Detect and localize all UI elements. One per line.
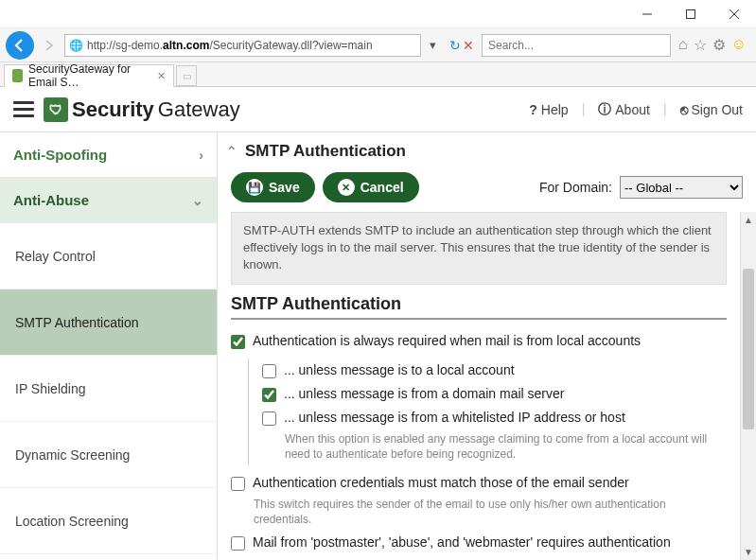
checkbox-auth-required[interactable] [231,335,245,349]
sidebar-item-label: IP Shielding [15,381,85,396]
feedback-icon[interactable]: ☺ [731,36,747,54]
info-icon: ⓘ [598,101,611,118]
browser-tab[interactable]: SecurityGateway for Email S… ✕ [4,64,174,87]
sidebar-item-ip-shielding[interactable]: IP Shielding [0,356,217,422]
checkbox-unless-whitelisted-ip[interactable] [262,411,276,426]
window-titlebar [0,0,756,28]
browser-search-input[interactable] [488,39,664,52]
cancel-label: Cancel [360,180,404,195]
help-link[interactable]: ?Help [529,101,568,118]
browser-back-button[interactable] [6,31,34,60]
sidebar-item-relay-control[interactable]: Relay Control [0,223,217,289]
option-label: Authentication credentials must match th… [253,475,629,490]
option-label: ... unless message is from a domain mail… [284,386,564,401]
logo-text-1: Security [72,97,154,122]
menu-toggle-button[interactable] [13,101,34,117]
scrollbar-thumb[interactable] [743,269,754,429]
sidebar: Anti-Spoofing › Anti-Abuse ⌄ Relay Contr… [0,132,218,560]
for-domain-label: For Domain: [539,180,612,195]
browser-refresh-button[interactable]: ↻ [449,38,461,53]
browser-stop-button[interactable]: ✕ [463,38,474,53]
sidebar-item-label: Location Screening [15,514,129,529]
option-label: Authentication is always required when m… [253,333,641,348]
browser-forward-button[interactable] [38,34,61,57]
tab-title: SecurityGateway for Email S… [28,62,151,89]
app-header: 🛡 SecurityGateway ?Help | ⓘAbout | ⎋Sign… [0,87,756,132]
sidebar-item-location-screening[interactable]: Location Screening [0,488,217,554]
scroll-up-button[interactable]: ▲ [741,212,756,228]
option-help-text: When this option is enabled any message … [262,429,727,465]
browser-address-field[interactable]: 🌐 http://sg-demo.altn.com/SecurityGatewa… [64,34,421,57]
about-label: About [615,102,650,117]
sidebar-item-label: Dynamic Screening [15,447,130,463]
browser-search-box[interactable] [482,34,671,57]
sidebar-section-anti-spoofing[interactable]: Anti-Spoofing › [0,132,217,178]
new-tab-button[interactable]: ▭ [176,65,197,86]
window-close-button[interactable] [712,0,756,28]
url-dropdown-button[interactable]: ▾ [425,38,442,52]
option-label: ... unless message is to a local account [284,362,515,377]
sidebar-section-label: Anti-Spoofing [13,147,107,163]
domain-select[interactable]: -- Global -- [620,176,743,199]
section-heading: SMTP Authentication [231,294,727,320]
collapse-content-button[interactable]: ⌃ [225,143,237,161]
tab-close-button[interactable]: ✕ [157,70,166,82]
save-icon: 💾 [246,179,263,196]
sidebar-item-smtp-authentication[interactable]: SMTP Authentication [0,289,217,356]
tools-icon[interactable]: ⚙ [712,36,726,54]
sidebar-item-label: Relay Control [15,249,96,264]
checkbox-unless-local-account[interactable] [262,364,276,378]
cancel-icon: ✕ [338,179,355,196]
option-label: ... unless message is from a whitelisted… [284,410,625,425]
page-title: SMTP Authentication [245,142,406,161]
cancel-button[interactable]: ✕ Cancel [323,172,419,202]
vertical-scrollbar[interactable]: ▲ ▼ [740,212,756,560]
signout-icon: ⎋ [680,102,688,117]
help-label: Help [541,102,569,117]
home-icon[interactable]: ⌂ [678,36,688,54]
save-button[interactable]: 💾 Save [231,172,315,202]
chevron-right-icon: › [199,148,203,163]
globe-icon: 🌐 [69,39,83,52]
shield-icon: 🛡 [44,97,68,122]
checkbox-creds-match-sender[interactable] [231,477,245,491]
sidebar-item-label: SMTP Authentication [15,315,138,330]
favorites-icon[interactable]: ☆ [694,36,707,54]
svg-rect-1 [687,9,695,18]
browser-url-bar: 🌐 http://sg-demo.altn.com/SecurityGatewa… [0,28,756,62]
save-label: Save [269,180,300,195]
sidebar-section-label: Anti-Abuse [13,192,89,208]
help-icon: ? [529,102,537,117]
logo-text-2: Gateway [158,97,240,122]
sidebar-section-anti-abuse[interactable]: Anti-Abuse ⌄ [0,178,217,223]
option-help-text: This switch requires the sender of the e… [231,495,727,531]
url-text: http://sg-demo.altn.com/SecurityGateway.… [87,39,373,52]
browser-tab-row: SecurityGateway for Email S… ✕ ▭ [0,62,756,87]
about-link[interactable]: ⓘAbout [598,101,650,118]
option-label: Mail from 'postmaster', 'abuse', and 'we… [253,534,671,550]
separator: | [582,101,586,118]
favicon-icon [12,69,23,82]
chevron-down-icon: ⌄ [192,193,203,208]
page-description: SMTP-AUTH extends SMTP to include an aut… [231,212,727,285]
sidebar-item-dynamic-screening[interactable]: Dynamic Screening [0,422,217,488]
window-minimize-button[interactable] [625,0,669,28]
window-maximize-button[interactable] [669,0,712,28]
signout-label: Sign Out [692,102,743,117]
signout-link[interactable]: ⎋Sign Out [680,101,743,118]
separator: | [663,101,667,118]
scroll-down-button[interactable]: ▼ [741,544,756,560]
checkbox-unless-domain-mail-server[interactable] [262,388,276,402]
checkbox-postmaster-requires-auth[interactable] [231,536,245,551]
app-logo: 🛡 SecurityGateway [44,97,240,122]
content-pane: ⌃ SMTP Authentication 💾 Save ✕ Cancel Fo… [218,132,756,560]
